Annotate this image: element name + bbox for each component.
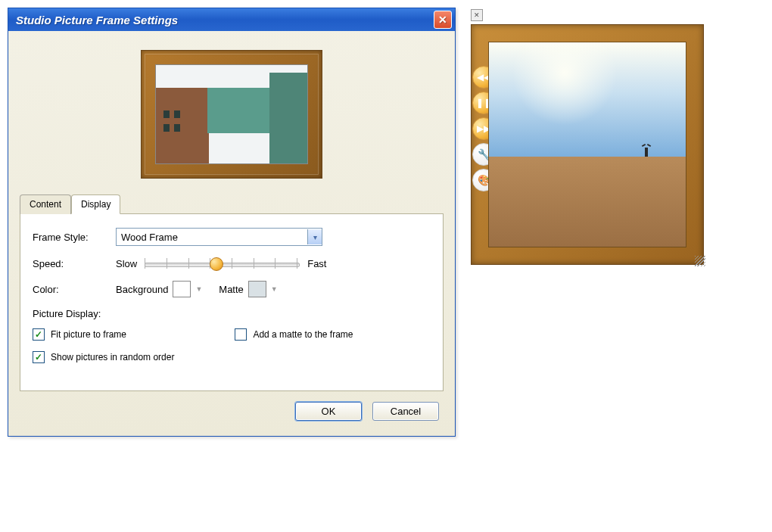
frame-style-select[interactable]: Wood Frame ▾ xyxy=(116,228,322,246)
tab-content[interactable]: Content xyxy=(20,194,71,214)
picture-display-label: Picture Display: xyxy=(33,308,431,319)
matte-color-dropdown[interactable]: ▼ xyxy=(271,285,278,293)
slider-thumb[interactable] xyxy=(210,257,223,271)
speed-slider[interactable] xyxy=(145,257,300,270)
live-frame-widget: ✕ ◀◀ ❚❚ ▶▶ 🔧 🎨 xyxy=(471,8,704,265)
cancel-button[interactable]: Cancel xyxy=(372,402,439,421)
preview-image xyxy=(155,64,308,164)
background-color-dropdown[interactable]: ▼ xyxy=(195,285,202,293)
fit-picture-label: Fit picture to frame xyxy=(51,329,126,340)
tab-display[interactable]: Display xyxy=(71,194,120,214)
random-order-label: Show pictures in random order xyxy=(51,352,174,362)
background-color-label: Background xyxy=(116,284,168,295)
matte-color-swatch[interactable] xyxy=(248,281,266,297)
frame-style-value: Wood Frame xyxy=(121,232,178,243)
live-photo xyxy=(488,42,686,247)
titlebar: Studio Picture Frame Settings ✕ xyxy=(8,8,455,31)
color-label: Color: xyxy=(33,284,116,295)
add-matte-label: Add a matte to the frame xyxy=(253,329,353,340)
speed-fast-label: Fast xyxy=(307,258,326,269)
settings-dialog: Studio Picture Frame Settings ✕ xyxy=(8,8,456,437)
fit-picture-checkbox[interactable]: ✓ xyxy=(33,328,45,341)
close-icon: ✕ xyxy=(438,14,447,26)
matte-color-label: Matte xyxy=(219,284,244,295)
resize-handle[interactable] xyxy=(695,256,705,266)
widget-close-button[interactable]: ✕ xyxy=(471,9,483,21)
speed-label: Speed: xyxy=(33,258,116,269)
close-icon: ✕ xyxy=(474,11,480,19)
preview-area xyxy=(20,42,444,194)
preview-frame xyxy=(141,50,322,179)
display-tab-panel: Frame Style: Wood Frame ▾ Speed: Slow xyxy=(20,213,444,391)
background-color-swatch[interactable] xyxy=(173,281,191,297)
close-button[interactable]: ✕ xyxy=(434,11,452,29)
add-matte-checkbox[interactable] xyxy=(235,328,247,341)
tab-strip: Content Display xyxy=(20,194,444,213)
dialog-title: Studio Picture Frame Settings xyxy=(16,14,178,26)
ok-button[interactable]: OK xyxy=(295,402,362,421)
speed-slow-label: Slow xyxy=(116,258,137,269)
chevron-down-icon: ▾ xyxy=(307,229,322,244)
live-wood-frame xyxy=(471,24,704,265)
frame-style-label: Frame Style: xyxy=(33,232,116,243)
random-order-checkbox[interactable]: ✓ xyxy=(33,351,45,363)
